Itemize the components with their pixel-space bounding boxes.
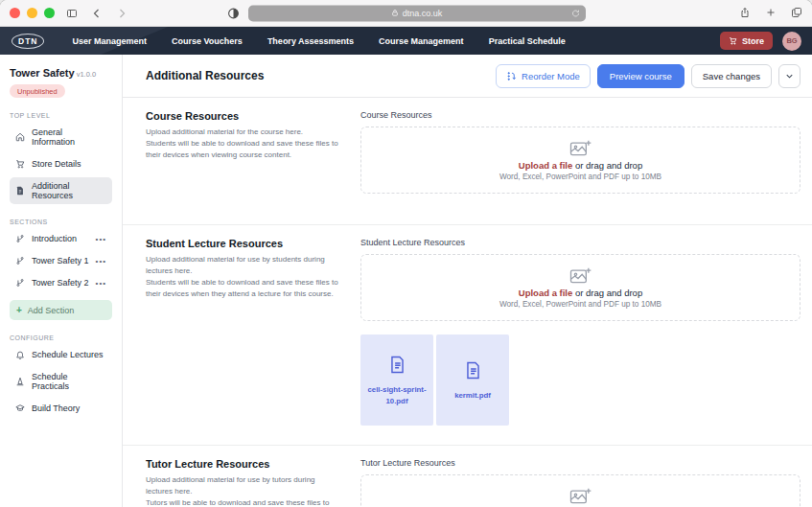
app-navbar: DTN User Management Course Vouchers Theo… xyxy=(0,27,812,55)
reorder-mode-button[interactable]: Reorder Mode xyxy=(496,64,591,88)
nav-item-course-management[interactable]: Course Management xyxy=(366,36,476,46)
reload-icon[interactable] xyxy=(571,9,580,17)
nav-item-practical-schedule[interactable]: Practical Schedule xyxy=(476,36,578,46)
file-card-kermit[interactable]: kermit.pdf xyxy=(436,334,509,426)
nav-item-user-management[interactable]: User Management xyxy=(59,36,159,46)
sidebar-item-label: Schedule Lectures xyxy=(32,350,104,359)
sidebar-item-store-details[interactable]: Store Details xyxy=(10,155,112,173)
browser-window: dtna.co.uk DTN User Management Course Vo… xyxy=(0,0,812,507)
course-resources-dropzone[interactable]: Upload a file or drag and drop Word, Exc… xyxy=(360,127,800,194)
dtn-logo[interactable]: DTN xyxy=(12,34,44,49)
file-icon xyxy=(464,359,482,381)
nav-item-theory-assessments[interactable]: Theory Assessments xyxy=(255,36,366,46)
forward-icon[interactable] xyxy=(116,8,128,19)
file-name: cell-sight-sprint-10.pdf xyxy=(367,384,427,406)
main-panel: Additional Resources Reorder Mode Previe… xyxy=(123,55,812,507)
sidebar-toggle-icon[interactable] xyxy=(66,8,78,19)
cart-icon xyxy=(15,159,25,169)
address-bar[interactable]: dtna.co.uk xyxy=(248,5,586,21)
add-section-label: Add Section xyxy=(28,306,75,315)
sidebar-section-tower-safety-2[interactable]: Tower Safety 2 ••• xyxy=(10,274,112,291)
zoom-window-button[interactable] xyxy=(44,8,55,18)
store-button[interactable]: Store xyxy=(720,32,773,50)
sidebar-item-label: Tower Safety 1 xyxy=(32,256,89,265)
graduation-cap-icon xyxy=(15,403,25,413)
image-plus-icon xyxy=(568,266,592,286)
file-name: kermit.pdf xyxy=(454,390,491,402)
uploaded-files: cell-sight-sprint-10.pdf kermit.pdf xyxy=(360,334,800,426)
save-options-button[interactable] xyxy=(778,64,800,88)
new-tab-icon[interactable] xyxy=(765,5,777,22)
preview-course-button[interactable]: Preview course xyxy=(597,64,684,88)
avatar[interactable]: BG xyxy=(782,32,801,51)
file-card-cell-sight-sprint[interactable]: cell-sight-sprint-10.pdf xyxy=(360,334,433,426)
upload-file-link[interactable]: Upload a file xyxy=(519,288,572,298)
upload-instruction: Upload a file or drag and drop xyxy=(519,160,642,171)
page-title: Additional Resources xyxy=(146,69,496,82)
address-url: dtna.co.uk xyxy=(403,9,443,18)
sidebar-item-label: Introduction xyxy=(32,234,77,243)
sidebar-item-schedule-lectures[interactable]: Schedule Lectures xyxy=(10,346,112,363)
section-heading: Tutor Lecture Resources xyxy=(146,458,341,470)
sidebar-section-introduction[interactable]: Introduction ••• xyxy=(10,230,112,247)
close-window-button[interactable] xyxy=(10,8,20,18)
toolbar: Reorder Mode Preview course Save changes xyxy=(496,64,800,88)
sidebar-item-additional-resources[interactable]: Additional Resources xyxy=(10,177,112,204)
share-icon[interactable] xyxy=(739,5,751,22)
back-icon[interactable] xyxy=(91,8,103,19)
section-options-icon[interactable]: ••• xyxy=(96,235,106,243)
tutor-lecture-resources-dropzone[interactable]: Upload a file or drag and drop Word, Exc… xyxy=(360,474,800,507)
image-plus-icon xyxy=(568,487,592,506)
home-icon xyxy=(15,132,25,142)
cart-icon xyxy=(729,36,737,45)
file-icon xyxy=(388,354,406,376)
sidebar-item-schedule-practicals[interactable]: Schedule Practicals xyxy=(10,368,112,395)
tab-overview-icon[interactable] xyxy=(791,5,802,22)
window-controls xyxy=(10,8,55,18)
main-header: Additional Resources Reorder Mode Previe… xyxy=(123,55,812,98)
sidebar-item-label: Tower Safety 2 xyxy=(32,278,89,288)
upload-hint: Word, Excel, PowerPoint and PDF up to 10… xyxy=(499,300,661,309)
sidebar-item-label: General Information xyxy=(32,127,106,147)
add-section-button[interactable]: + Add Section xyxy=(10,300,112,320)
group-label-sections: SECTIONS xyxy=(10,219,112,225)
field-label: Tutor Lecture Resources xyxy=(360,458,800,468)
drag-drop-label: or drag and drop xyxy=(575,288,642,298)
section-heading: Course Resources xyxy=(146,110,341,122)
course-sidebar: Tower Safetyv1.0.0 Unpublished TOP LEVEL… xyxy=(0,55,123,507)
lock-icon xyxy=(391,10,399,17)
drag-drop-label: or drag and drop xyxy=(575,160,642,171)
status-badge: Unpublished xyxy=(10,84,65,98)
branch-icon xyxy=(15,234,25,243)
tower-icon xyxy=(15,377,25,386)
privacy-shield-icon[interactable] xyxy=(227,7,240,19)
section-description: Upload additional material for the cours… xyxy=(146,127,341,161)
section-options-icon[interactable]: ••• xyxy=(96,279,106,288)
plus-icon: + xyxy=(16,305,22,315)
upload-file-link[interactable]: Upload a file xyxy=(519,160,572,171)
browser-chrome: dtna.co.uk xyxy=(0,0,812,27)
section-description: Upload additional material for use by st… xyxy=(146,254,341,300)
sidebar-item-label: Additional Resources xyxy=(32,181,106,200)
sidebar-item-build-theory[interactable]: Build Theory xyxy=(10,400,112,417)
sidebar-section-tower-safety-1[interactable]: Tower Safety 1 ••• xyxy=(10,252,112,269)
preview-course-label: Preview course xyxy=(610,71,672,81)
reorder-icon xyxy=(506,71,517,81)
nav-item-course-vouchers[interactable]: Course Vouchers xyxy=(159,36,255,46)
sidebar-item-label: Build Theory xyxy=(32,403,80,413)
field-label: Course Resources xyxy=(360,110,800,120)
section-heading: Student Lecture Resources xyxy=(146,238,341,249)
save-changes-button[interactable]: Save changes xyxy=(691,64,772,88)
student-lecture-resources-dropzone[interactable]: Upload a file or drag and drop Word, Exc… xyxy=(360,254,800,321)
sidebar-item-label: Store Details xyxy=(32,159,81,169)
section-student-lecture-resources: Student Lecture Resources Upload additio… xyxy=(123,225,812,446)
section-options-icon[interactable]: ••• xyxy=(96,257,106,265)
bell-icon xyxy=(15,350,25,359)
upload-hint: Word, Excel, PowerPoint and PDF up to 10… xyxy=(499,173,661,181)
reorder-mode-label: Reorder Mode xyxy=(522,71,580,81)
section-course-resources: Course Resources Upload additional mater… xyxy=(123,98,812,225)
chevron-down-icon xyxy=(784,71,795,81)
minimize-window-button[interactable] xyxy=(27,8,37,18)
group-label-configure: CONFIGURE xyxy=(10,334,112,341)
sidebar-item-general-information[interactable]: General Information xyxy=(10,124,112,150)
